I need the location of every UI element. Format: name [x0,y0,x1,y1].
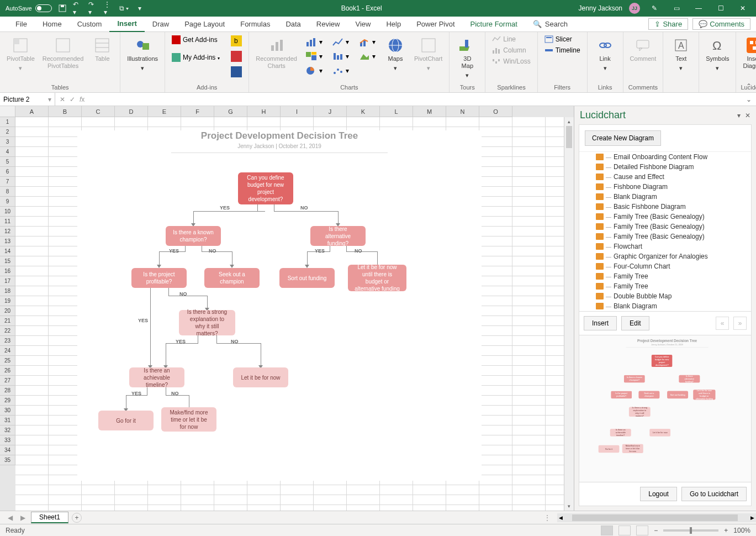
zoom-level[interactable]: 100% [733,527,750,534]
enter-fx-icon[interactable]: ✓ [70,96,75,103]
column-header[interactable]: N [446,106,479,117]
file-item[interactable]: —Fishbone Diagram [583,182,748,192]
column-chart-icon[interactable]: ▾ [304,36,325,48]
row-header[interactable]: 33 [0,435,15,445]
select-all-corner[interactable] [0,106,15,117]
toggle-off-icon[interactable] [35,4,52,12]
column-header[interactable]: F [181,106,214,117]
comments-button[interactable]: 💬Comments [692,18,750,30]
file-item[interactable]: —Flowchart [583,241,748,251]
row-header[interactable]: 8 [0,187,15,197]
file-item[interactable]: —Detailed Fishbone Diagram [583,162,748,172]
pivottable-button[interactable]: PivotTable▾ [4,34,37,74]
column-header[interactable]: A [15,106,49,117]
pivotchart-button[interactable]: PivotChart▾ [412,34,445,74]
row-header[interactable]: 21 [0,316,15,326]
file-item[interactable]: —Blank Diagram [583,192,748,202]
bing-maps-icon[interactable]: b [229,34,244,48]
diagram-file-list[interactable]: —Email Onboarding Content Flow—Detailed … [579,151,751,312]
close-icon[interactable]: ✕ [735,2,750,14]
next-page-icon[interactable]: » [733,317,747,330]
column-header[interactable]: M [413,106,446,117]
cancel-fx-icon[interactable]: ✕ [60,96,65,103]
table-button[interactable]: Table [89,34,115,65]
formula-expand-icon[interactable]: ⌄ [742,96,756,103]
prev-page-icon[interactable]: « [716,317,729,330]
slicer-button[interactable]: Slicer [542,34,583,44]
file-item[interactable]: —Family Tree (Basic Genealogy) [583,222,748,232]
row-header[interactable]: 32 [0,425,15,435]
tab-draw[interactable]: Draw [145,17,177,32]
logout-button[interactable]: Logout [640,487,677,501]
tab-page-layout[interactable]: Page Layout [177,17,232,32]
file-item[interactable]: —Family Tree (Basic Genealogy) [583,232,748,241]
row-header[interactable]: 17 [0,276,15,286]
minimize-icon[interactable]: — [691,2,706,14]
symbols-button[interactable]: ΩSymbols▾ [704,34,731,74]
page-break-view-icon[interactable] [636,526,648,535]
hierarchy-chart-icon[interactable]: ▾ [304,51,325,62]
row-header[interactable]: 3 [0,137,15,147]
recommended-charts-button[interactable]: Recommended Charts [253,34,299,72]
file-item[interactable]: —Basic Fishbone Diagram [583,202,748,212]
row-header[interactable]: 22 [0,326,15,336]
row-header[interactable]: 26 [0,366,15,376]
row-header[interactable]: 25 [0,356,15,366]
row-header[interactable]: 10 [0,207,15,217]
row-header[interactable]: 13 [0,237,15,246]
goto-lucidchart-button[interactable]: Go to Lucidchart [681,487,747,501]
create-new-diagram-button[interactable]: Create New Diagram [585,130,661,146]
row-header[interactable]: 16 [0,266,15,276]
row-header[interactable]: 9 [0,197,15,207]
row-header[interactable]: 2 [0,127,15,137]
row-header[interactable]: 23 [0,336,15,346]
tab-formulas[interactable]: Formulas [232,17,278,32]
link-button[interactable]: Link▾ [592,34,618,74]
lucid-insert-button[interactable]: Insert [584,316,617,330]
save-icon[interactable] [57,3,67,13]
pane-close-icon[interactable]: ✕ [745,112,750,119]
file-item[interactable]: —Blank Diagram [583,301,748,311]
row-header[interactable]: 29 [0,396,15,406]
my-addins-button[interactable]: My Add-ins▾ [170,52,222,63]
sparkline-line-button[interactable]: Line [490,34,532,44]
row-header[interactable]: 35 [0,455,15,465]
sheet-prev-icon[interactable]: ◀ [6,514,15,522]
tab-view[interactable]: View [347,17,378,32]
file-item[interactable]: —Cause and Effect [583,172,748,182]
column-header[interactable]: L [380,106,413,117]
maps-button[interactable]: Maps▾ [382,34,409,74]
recommended-pivot-button[interactable]: Recommended PivotTables [40,34,86,72]
3d-map-button[interactable]: 3D Map▾ [454,34,480,82]
illustrations-button[interactable]: Illustrations▾ [125,34,160,74]
qat-customize-icon[interactable]: ▾ [135,3,145,13]
column-header[interactable]: E [148,106,181,117]
maximize-icon[interactable]: ☐ [713,2,728,14]
zoom-in-icon[interactable]: + [724,527,728,534]
autosave-toggle[interactable]: AutoSave [6,4,52,12]
row-header[interactable]: 12 [0,227,15,237]
surface-chart-icon[interactable]: ▾ [357,51,378,62]
row-header[interactable]: 27 [0,376,15,386]
avatar[interactable]: JJ [629,3,640,14]
row-header[interactable]: 19 [0,296,15,306]
row-header[interactable]: 34 [0,445,15,455]
column-header[interactable]: B [49,106,82,117]
sheet-next-icon[interactable]: ▶ [18,514,28,522]
tab-insert[interactable]: Insert [109,17,144,32]
inserted-diagram[interactable]: Project Development Decision Tree Jenny … [77,130,482,481]
row-header[interactable]: 28 [0,386,15,396]
pie-chart-icon[interactable]: ▾ [304,65,325,76]
row-header[interactable]: 11 [0,217,15,227]
file-item[interactable]: —Family Tree [583,281,748,291]
normal-view-icon[interactable] [601,526,613,535]
visio-icon[interactable] [229,65,244,78]
fx-icon[interactable]: fx [80,96,84,103]
row-header[interactable]: 20 [0,306,15,316]
horizontal-scrollbar[interactable]: ◀▶ [557,513,756,522]
zoom-out-icon[interactable]: − [654,527,658,534]
row-header[interactable]: 24 [0,346,15,356]
name-box[interactable]: Picture 2▾ [0,93,55,106]
tab-custom[interactable]: Custom [70,17,110,32]
tab-split-icon[interactable]: ⋮ [544,514,554,522]
